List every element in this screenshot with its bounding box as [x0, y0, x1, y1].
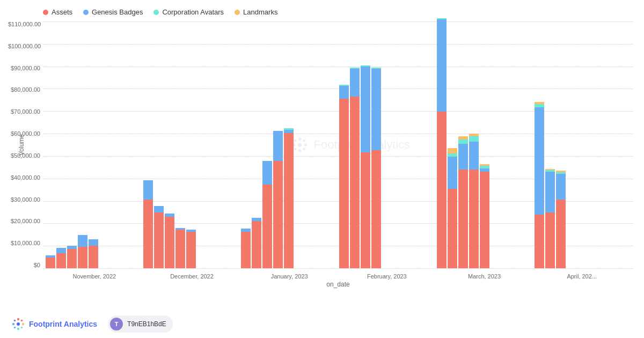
bar-segment-assets	[284, 133, 294, 268]
bar-segment-genesis	[339, 86, 349, 99]
bar-segment-assets	[273, 161, 283, 268]
bar-segment-assets	[437, 112, 447, 268]
bar-stack	[186, 230, 196, 268]
bar-segment-genesis	[154, 206, 164, 212]
legend-dot-assets	[43, 10, 48, 15]
bar-segment-assets	[186, 232, 196, 268]
bar-stack	[535, 102, 544, 268]
bars-area	[43, 21, 633, 268]
y-label: $80,000.00	[8, 87, 40, 93]
bar-group-1	[143, 180, 239, 268]
y-label: $70,000.00	[8, 109, 40, 115]
bar-group-3	[339, 65, 435, 268]
legend-label-landmarks: Landmarks	[243, 8, 277, 16]
bar-stack	[469, 134, 479, 268]
legend-label-assets: Assets	[52, 8, 72, 16]
svg-point-15	[21, 320, 23, 322]
bar-stack	[154, 206, 164, 268]
legend-item-assets: Assets	[43, 8, 72, 16]
svg-point-9	[17, 322, 20, 326]
legend-dot-corporation_avatars	[153, 10, 159, 15]
bar-segment-genesis	[361, 67, 370, 152]
bar-segment-genesis	[535, 107, 544, 215]
svg-point-16	[14, 327, 16, 329]
bar-stack	[89, 239, 98, 268]
bar-stack	[437, 18, 447, 268]
bar-stack	[556, 171, 566, 268]
bar-segment-genesis	[262, 161, 272, 185]
bar-segment-genesis	[545, 172, 555, 212]
bar-segment-genesis	[89, 239, 98, 246]
y-label: $50,000.00	[8, 153, 40, 159]
bar-stack	[165, 214, 174, 268]
bar-stack	[241, 229, 251, 268]
bar-segment-genesis	[469, 142, 479, 170]
x-label-5: April, 202...	[533, 270, 631, 280]
bar-stack	[371, 68, 381, 268]
bar-segment-genesis	[143, 180, 153, 200]
bar-segment-genesis	[273, 131, 283, 161]
bar-segment-genesis	[78, 235, 87, 247]
legend-label-genesis_badges: Genesis Badges	[92, 8, 143, 16]
legend-item-genesis_badges: Genesis Badges	[83, 8, 143, 16]
bar-segment-land	[448, 148, 457, 153]
logo-icon	[11, 317, 26, 332]
bar-stack	[46, 255, 55, 268]
bar-segment-assets	[262, 185, 272, 268]
bar-stack	[458, 136, 468, 268]
bar-segment-assets	[480, 172, 489, 268]
bar-segment-assets	[350, 97, 360, 268]
bar-segment-genesis	[437, 19, 447, 112]
bar-segment-assets	[535, 215, 544, 268]
bar-segment-assets	[154, 212, 164, 268]
bar-stack	[175, 228, 185, 268]
bar-stack	[273, 131, 283, 268]
bar-group-5	[535, 102, 631, 268]
svg-point-13	[22, 323, 24, 325]
y-label: $10,000.00	[8, 240, 40, 246]
svg-point-12	[12, 323, 14, 325]
y-label: $40,000.00	[8, 175, 40, 181]
y-label: $20,000.00	[8, 218, 40, 224]
x-axis-title: on_date	[43, 281, 633, 288]
bar-stack	[56, 248, 66, 268]
y-label: $110,000.00	[8, 21, 40, 27]
bar-stack	[67, 246, 77, 268]
user-id: T9nEB1hBdE	[127, 320, 166, 328]
footer: Footprint Analytics T T9nEB1hBdE	[11, 315, 633, 333]
bar-stack	[284, 128, 294, 268]
x-label-2: January, 2023	[240, 270, 338, 280]
bar-segment-genesis	[371, 69, 381, 150]
chart-container: AssetsGenesis BadgesCorporation AvatarsL…	[0, 0, 644, 338]
bar-segment-assets	[545, 212, 555, 268]
footer-logo: Footprint Analytics	[11, 317, 97, 332]
logo-text: Footprint Analytics	[29, 320, 97, 328]
bar-segment-assets	[339, 99, 349, 268]
user-avatar: T	[110, 318, 123, 330]
grid-line	[43, 268, 633, 269]
bar-stack	[448, 148, 457, 268]
bar-stack	[252, 218, 261, 268]
bar-segment-assets	[458, 170, 468, 268]
x-label-1: December, 2022	[143, 270, 241, 280]
bar-stack	[480, 164, 489, 268]
svg-point-17	[21, 327, 23, 329]
bar-stack	[339, 85, 349, 268]
bar-segment-genesis	[458, 144, 468, 170]
x-label-4: March, 2023	[436, 270, 533, 280]
bar-group-4	[437, 18, 533, 268]
bar-segment-assets	[143, 200, 153, 268]
bar-segment-corp	[458, 139, 468, 144]
legend-item-landmarks: Landmarks	[235, 8, 277, 16]
legend-item-corporation_avatars: Corporation Avatars	[153, 8, 224, 16]
chart-legend: AssetsGenesis BadgesCorporation AvatarsL…	[43, 8, 633, 16]
user-badge[interactable]: T T9nEB1hBdE	[108, 315, 173, 333]
bar-segment-genesis	[556, 174, 566, 200]
bar-stack	[545, 169, 555, 268]
bar-group-0	[46, 235, 142, 268]
y-label: $30,000.00	[8, 197, 40, 203]
bar-stack	[143, 180, 153, 268]
bar-segment-corp	[469, 136, 479, 142]
bar-stack	[78, 235, 87, 268]
y-label: $60,000.00	[8, 131, 40, 137]
